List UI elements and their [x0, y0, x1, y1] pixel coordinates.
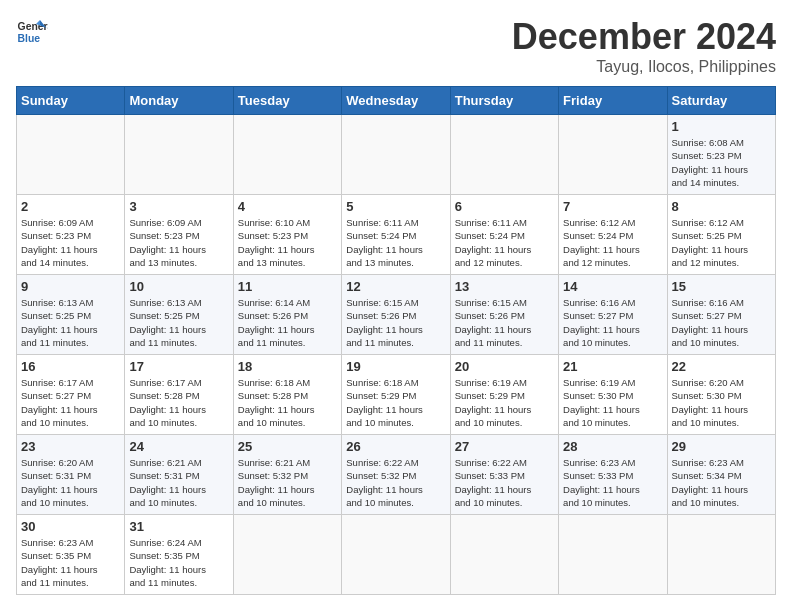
- day-cell-12: 12Sunrise: 6:15 AM Sunset: 5:26 PM Dayli…: [342, 275, 450, 355]
- day-number: 11: [238, 279, 337, 294]
- location-title: Tayug, Ilocos, Philippines: [512, 58, 776, 76]
- empty-cell: [342, 515, 450, 595]
- empty-cell: [125, 115, 233, 195]
- empty-cell: [559, 515, 667, 595]
- header-day-friday: Friday: [559, 87, 667, 115]
- day-cell-22: 22Sunrise: 6:20 AM Sunset: 5:30 PM Dayli…: [667, 355, 775, 435]
- day-info: Sunrise: 6:21 AM Sunset: 5:31 PM Dayligh…: [129, 456, 228, 509]
- day-cell-9: 9Sunrise: 6:13 AM Sunset: 5:25 PM Daylig…: [17, 275, 125, 355]
- empty-cell: [450, 515, 558, 595]
- day-number: 15: [672, 279, 771, 294]
- week-row-0: 1Sunrise: 6:08 AM Sunset: 5:23 PM Daylig…: [17, 115, 776, 195]
- day-info: Sunrise: 6:14 AM Sunset: 5:26 PM Dayligh…: [238, 296, 337, 349]
- day-number: 8: [672, 199, 771, 214]
- day-cell-11: 11Sunrise: 6:14 AM Sunset: 5:26 PM Dayli…: [233, 275, 341, 355]
- day-number: 29: [672, 439, 771, 454]
- day-number: 25: [238, 439, 337, 454]
- day-number: 14: [563, 279, 662, 294]
- day-cell-27: 27Sunrise: 6:22 AM Sunset: 5:33 PM Dayli…: [450, 435, 558, 515]
- day-info: Sunrise: 6:09 AM Sunset: 5:23 PM Dayligh…: [129, 216, 228, 269]
- day-info: Sunrise: 6:20 AM Sunset: 5:31 PM Dayligh…: [21, 456, 120, 509]
- day-number: 28: [563, 439, 662, 454]
- day-number: 24: [129, 439, 228, 454]
- week-row-2: 9Sunrise: 6:13 AM Sunset: 5:25 PM Daylig…: [17, 275, 776, 355]
- calendar-body: 1Sunrise: 6:08 AM Sunset: 5:23 PM Daylig…: [17, 115, 776, 595]
- day-info: Sunrise: 6:13 AM Sunset: 5:25 PM Dayligh…: [21, 296, 120, 349]
- day-info: Sunrise: 6:09 AM Sunset: 5:23 PM Dayligh…: [21, 216, 120, 269]
- day-info: Sunrise: 6:18 AM Sunset: 5:28 PM Dayligh…: [238, 376, 337, 429]
- day-number: 2: [21, 199, 120, 214]
- day-cell-7: 7Sunrise: 6:12 AM Sunset: 5:24 PM Daylig…: [559, 195, 667, 275]
- empty-cell: [342, 115, 450, 195]
- day-number: 3: [129, 199, 228, 214]
- empty-cell: [450, 115, 558, 195]
- day-number: 18: [238, 359, 337, 374]
- day-number: 4: [238, 199, 337, 214]
- day-number: 6: [455, 199, 554, 214]
- day-info: Sunrise: 6:08 AM Sunset: 5:23 PM Dayligh…: [672, 136, 771, 189]
- day-info: Sunrise: 6:16 AM Sunset: 5:27 PM Dayligh…: [672, 296, 771, 349]
- day-cell-15: 15Sunrise: 6:16 AM Sunset: 5:27 PM Dayli…: [667, 275, 775, 355]
- day-cell-5: 5Sunrise: 6:11 AM Sunset: 5:24 PM Daylig…: [342, 195, 450, 275]
- day-info: Sunrise: 6:18 AM Sunset: 5:29 PM Dayligh…: [346, 376, 445, 429]
- day-info: Sunrise: 6:22 AM Sunset: 5:32 PM Dayligh…: [346, 456, 445, 509]
- day-number: 13: [455, 279, 554, 294]
- day-cell-21: 21Sunrise: 6:19 AM Sunset: 5:30 PM Dayli…: [559, 355, 667, 435]
- day-number: 20: [455, 359, 554, 374]
- week-row-4: 23Sunrise: 6:20 AM Sunset: 5:31 PM Dayli…: [17, 435, 776, 515]
- day-cell-31: 31Sunrise: 6:24 AM Sunset: 5:35 PM Dayli…: [125, 515, 233, 595]
- day-info: Sunrise: 6:11 AM Sunset: 5:24 PM Dayligh…: [346, 216, 445, 269]
- day-number: 22: [672, 359, 771, 374]
- header-day-saturday: Saturday: [667, 87, 775, 115]
- svg-text:Blue: Blue: [18, 33, 41, 44]
- day-number: 1: [672, 119, 771, 134]
- day-info: Sunrise: 6:15 AM Sunset: 5:26 PM Dayligh…: [455, 296, 554, 349]
- day-info: Sunrise: 6:11 AM Sunset: 5:24 PM Dayligh…: [455, 216, 554, 269]
- day-cell-29: 29Sunrise: 6:23 AM Sunset: 5:34 PM Dayli…: [667, 435, 775, 515]
- day-info: Sunrise: 6:12 AM Sunset: 5:24 PM Dayligh…: [563, 216, 662, 269]
- day-cell-1: 1Sunrise: 6:08 AM Sunset: 5:23 PM Daylig…: [667, 115, 775, 195]
- header-day-monday: Monday: [125, 87, 233, 115]
- day-number: 16: [21, 359, 120, 374]
- day-number: 12: [346, 279, 445, 294]
- day-info: Sunrise: 6:22 AM Sunset: 5:33 PM Dayligh…: [455, 456, 554, 509]
- day-number: 21: [563, 359, 662, 374]
- month-title: December 2024: [512, 16, 776, 58]
- day-number: 30: [21, 519, 120, 534]
- day-cell-18: 18Sunrise: 6:18 AM Sunset: 5:28 PM Dayli…: [233, 355, 341, 435]
- day-number: 19: [346, 359, 445, 374]
- day-cell-19: 19Sunrise: 6:18 AM Sunset: 5:29 PM Dayli…: [342, 355, 450, 435]
- day-cell-10: 10Sunrise: 6:13 AM Sunset: 5:25 PM Dayli…: [125, 275, 233, 355]
- header-day-thursday: Thursday: [450, 87, 558, 115]
- day-info: Sunrise: 6:20 AM Sunset: 5:30 PM Dayligh…: [672, 376, 771, 429]
- day-cell-20: 20Sunrise: 6:19 AM Sunset: 5:29 PM Dayli…: [450, 355, 558, 435]
- day-cell-30: 30Sunrise: 6:23 AM Sunset: 5:35 PM Dayli…: [17, 515, 125, 595]
- week-row-5: 30Sunrise: 6:23 AM Sunset: 5:35 PM Dayli…: [17, 515, 776, 595]
- day-info: Sunrise: 6:24 AM Sunset: 5:35 PM Dayligh…: [129, 536, 228, 589]
- day-info: Sunrise: 6:16 AM Sunset: 5:27 PM Dayligh…: [563, 296, 662, 349]
- day-info: Sunrise: 6:15 AM Sunset: 5:26 PM Dayligh…: [346, 296, 445, 349]
- day-number: 7: [563, 199, 662, 214]
- header-day-sunday: Sunday: [17, 87, 125, 115]
- day-number: 31: [129, 519, 228, 534]
- logo: General Blue: [16, 16, 48, 48]
- empty-cell: [559, 115, 667, 195]
- day-info: Sunrise: 6:19 AM Sunset: 5:30 PM Dayligh…: [563, 376, 662, 429]
- empty-cell: [17, 115, 125, 195]
- day-info: Sunrise: 6:17 AM Sunset: 5:27 PM Dayligh…: [21, 376, 120, 429]
- day-number: 10: [129, 279, 228, 294]
- svg-text:General: General: [18, 21, 48, 32]
- day-info: Sunrise: 6:23 AM Sunset: 5:33 PM Dayligh…: [563, 456, 662, 509]
- day-info: Sunrise: 6:13 AM Sunset: 5:25 PM Dayligh…: [129, 296, 228, 349]
- day-cell-13: 13Sunrise: 6:15 AM Sunset: 5:26 PM Dayli…: [450, 275, 558, 355]
- day-number: 5: [346, 199, 445, 214]
- day-number: 27: [455, 439, 554, 454]
- day-info: Sunrise: 6:23 AM Sunset: 5:34 PM Dayligh…: [672, 456, 771, 509]
- day-cell-6: 6Sunrise: 6:11 AM Sunset: 5:24 PM Daylig…: [450, 195, 558, 275]
- calendar-table: SundayMondayTuesdayWednesdayThursdayFrid…: [16, 86, 776, 595]
- day-number: 26: [346, 439, 445, 454]
- day-info: Sunrise: 6:19 AM Sunset: 5:29 PM Dayligh…: [455, 376, 554, 429]
- day-cell-2: 2Sunrise: 6:09 AM Sunset: 5:23 PM Daylig…: [17, 195, 125, 275]
- calendar-header-row: SundayMondayTuesdayWednesdayThursdayFrid…: [17, 87, 776, 115]
- day-cell-28: 28Sunrise: 6:23 AM Sunset: 5:33 PM Dayli…: [559, 435, 667, 515]
